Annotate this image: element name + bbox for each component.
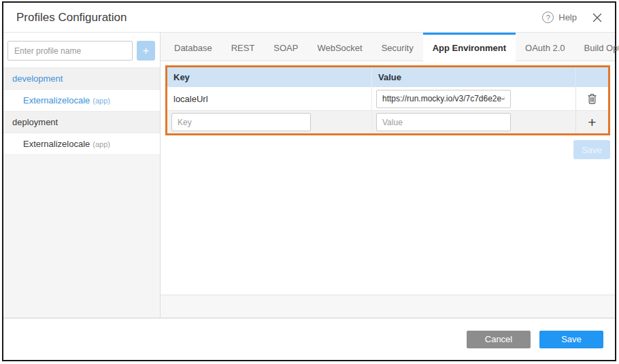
close-button[interactable] [592, 13, 602, 22]
profile-label: deployment [12, 117, 58, 127]
trash-icon [587, 93, 597, 105]
tab-rest[interactable]: REST [222, 33, 265, 61]
profiles-configuration-dialog: Profiles Configuration ? Help + [2, 1, 616, 361]
titlebar-actions: ? Help [542, 12, 602, 23]
env-value-input[interactable] [376, 90, 511, 108]
env-key-text: localeUrl [167, 94, 208, 104]
help-icon: ? [542, 12, 554, 23]
help-button[interactable]: ? Help [542, 12, 577, 23]
env-table-header: Key Value [167, 67, 608, 87]
app-label: Externalizelocale [23, 95, 90, 105]
annotation-highlight-box: Key Value localeUrl [165, 65, 610, 135]
dialog-body: + development Externalizelocale (app) de… [3, 33, 615, 318]
app-suffix: (app) [93, 140, 110, 148]
close-icon [592, 13, 602, 22]
new-value-input[interactable] [376, 113, 511, 131]
cancel-button[interactable]: Cancel [467, 331, 531, 348]
env-table-row: localeUrl [167, 87, 608, 110]
value-column-header: Value [371, 67, 575, 87]
sidebar-item-externalizelocale-deploy[interactable]: Externalizelocale (app) [3, 133, 160, 155]
main-content: Database REST SOAP WebSocket Security Ap… [161, 33, 615, 318]
tab-websocket[interactable]: WebSocket [307, 33, 371, 61]
config-tabstrip: Database REST SOAP WebSocket Security Ap… [161, 33, 615, 61]
add-row-button[interactable]: + [588, 115, 596, 129]
env-table-new-row: + [167, 110, 608, 133]
profile-label: development [12, 73, 63, 84]
env-save-button-disabled[interactable]: Save [573, 140, 610, 159]
tab-oauth[interactable]: OAuth 2.0 [516, 33, 575, 61]
tab-security[interactable]: Security [372, 33, 423, 61]
app-label: Externalizelocale [23, 139, 90, 149]
panel-bottom-strip [161, 295, 615, 318]
add-profile-button[interactable]: + [137, 41, 155, 61]
actions-column-header [575, 67, 608, 87]
sidebar-item-externalizelocale-dev[interactable]: Externalizelocale (app) [3, 90, 160, 112]
tab-app-environment[interactable]: App Environment [423, 33, 516, 61]
tab-database[interactable]: Database [165, 33, 222, 61]
profile-create-row: + [3, 33, 160, 67]
tab-build-options[interactable]: Build Options [575, 33, 619, 61]
dialog-title: Profiles Configuration [16, 11, 127, 24]
plus-icon: + [588, 115, 596, 129]
profile-list: development Externalizelocale (app) depl… [3, 67, 160, 155]
delete-row-button[interactable] [587, 93, 597, 105]
save-button[interactable]: Save [539, 331, 603, 348]
new-key-input[interactable] [171, 113, 311, 131]
help-label: Help [558, 12, 577, 22]
key-column-header: Key [167, 72, 371, 82]
profile-name-input[interactable] [7, 41, 133, 61]
profiles-sidebar: + development Externalizelocale (app) de… [3, 33, 161, 318]
app-environment-panel: Key Value localeUrl [161, 61, 615, 295]
dialog-titlebar: Profiles Configuration ? Help [3, 3, 615, 33]
sidebar-item-deployment[interactable]: deployment [3, 112, 160, 133]
tab-soap[interactable]: SOAP [264, 33, 307, 61]
dialog-footer: Cancel Save [3, 318, 615, 360]
screenshot-stage: Profiles Configuration ? Help + [0, 0, 619, 364]
app-suffix: (app) [93, 97, 110, 105]
sidebar-item-development[interactable]: development [3, 68, 160, 90]
sidebar-filler [3, 155, 160, 318]
